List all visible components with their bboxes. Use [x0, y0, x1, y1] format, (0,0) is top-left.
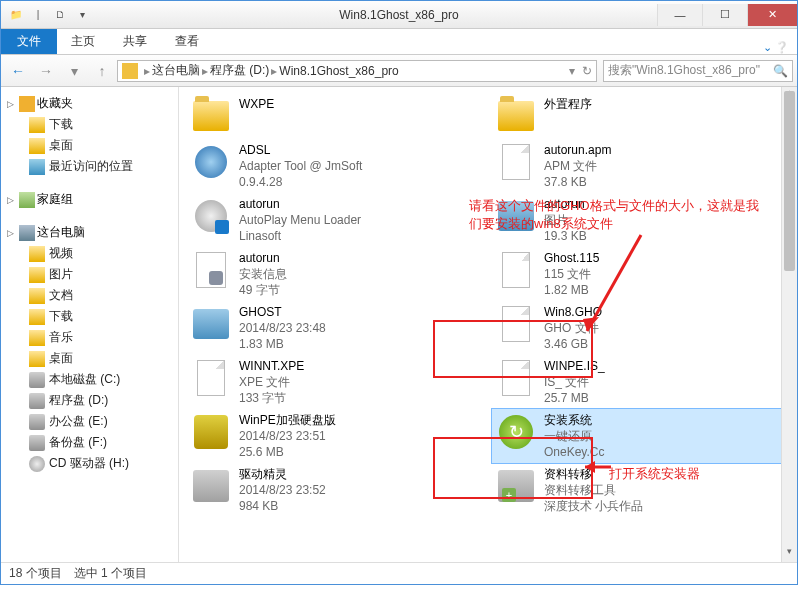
sidebar-music[interactable]: 音乐 [7, 327, 178, 348]
file-meta: 深度技术 小兵作品 [544, 498, 643, 514]
file-name: autorun [239, 250, 287, 266]
scroll-down-icon[interactable]: ▾ [782, 546, 797, 562]
file-meta: 一键还原 [544, 428, 604, 444]
folder-icon [29, 117, 45, 133]
file-name: autorun [239, 196, 361, 212]
folder-icon [29, 267, 45, 283]
titlebar[interactable]: 📁 | 🗋 ▾ Win8.1Ghost_x86_pro — ☐ ✕ [1, 1, 797, 29]
file-item[interactable]: WXPE [187, 93, 484, 139]
forward-button[interactable]: → [33, 59, 59, 83]
tab-home[interactable]: 主页 [57, 29, 109, 54]
crumb-pc[interactable]: 这台电脑 [152, 62, 200, 79]
cd-icon [29, 456, 45, 472]
file-item[interactable]: Ghost.115115 文件1.82 MB [492, 247, 789, 301]
drive-icon [29, 372, 45, 388]
folder-icon [122, 63, 138, 79]
sidebar-downloads2[interactable]: 下载 [7, 306, 178, 327]
file-meta: 2014/8/23 23:52 [239, 482, 326, 498]
file-name: GHOST [239, 304, 326, 320]
file-item[interactable]: ↻安装系统一键还原OneKey.Cc [492, 409, 789, 463]
file-name: 安装系统 [544, 412, 604, 428]
file-item[interactable]: WINPE.IS_IS_ 文件25.7 MB [492, 355, 789, 409]
sidebar-recent[interactable]: 最近访问的位置 [7, 156, 178, 177]
file-name: WXPE [239, 96, 274, 112]
file-item[interactable]: WINNT.XPEXPE 文件133 字节 [187, 355, 484, 409]
sidebar-pictures[interactable]: 图片 [7, 264, 178, 285]
file-name: autorun.apm [544, 142, 611, 158]
file-name: 外置程序 [544, 96, 592, 112]
file-name: autorun [544, 196, 587, 212]
sidebar-desktop[interactable]: 桌面 [7, 135, 178, 156]
file-tab[interactable]: 文件 [1, 28, 57, 54]
file-meta: AutoPlay Menu Loader [239, 212, 361, 228]
file-meta: GHO 文件 [544, 320, 602, 336]
file-item[interactable]: autorun图片19.3 KB [492, 193, 789, 247]
favorites-group[interactable]: ▷收藏夹 [7, 93, 178, 114]
file-item[interactable]: autorunAutoPlay Menu LoaderLinasoft [187, 193, 484, 247]
scroll-thumb[interactable] [784, 91, 795, 271]
sidebar-documents[interactable]: 文档 [7, 285, 178, 306]
crumb-folder[interactable]: Win8.1Ghost_x86_pro [279, 64, 398, 78]
crumb-drive[interactable]: 程序盘 (D:) [210, 62, 269, 79]
close-button[interactable]: ✕ [747, 4, 797, 26]
address-bar[interactable]: ▸ 这台电脑 ▸ 程序盘 (D:) ▸ Win8.1Ghost_x86_pro … [117, 60, 597, 82]
file-name: ADSL [239, 142, 362, 158]
file-meta: 资料转移工具 [544, 482, 643, 498]
file-meta: 19.3 KB [544, 228, 587, 244]
back-button[interactable]: ← [5, 59, 31, 83]
properties-icon[interactable]: 🗋 [51, 6, 69, 24]
file-meta: 25.7 MB [544, 390, 605, 406]
file-meta: 安装信息 [239, 266, 287, 282]
file-name: Ghost.115 [544, 250, 599, 266]
file-item[interactable]: autorun.apmAPM 文件37.8 KB [492, 139, 789, 193]
file-item[interactable]: WinPE加强硬盘版2014/8/23 23:5125.6 MB [187, 409, 484, 463]
tab-view[interactable]: 查看 [161, 29, 213, 54]
file-item[interactable]: ADSLAdapter Tool @ JmSoft0.9.4.28 [187, 139, 484, 193]
sidebar-drive-d[interactable]: 程序盘 (D:) [7, 390, 178, 411]
search-box[interactable]: 搜索"Win8.1Ghost_x86_pro" 🔍 [603, 60, 793, 82]
minimize-button[interactable]: — [657, 4, 702, 26]
sidebar-drive-e[interactable]: 办公盘 (E:) [7, 411, 178, 432]
file-item[interactable]: 外置程序 [492, 93, 789, 139]
sidebar-drive-f[interactable]: 备份盘 (F:) [7, 432, 178, 453]
folder-icon: 📁 [7, 6, 25, 24]
file-name: 资料转移 [544, 466, 643, 482]
new-folder-icon[interactable]: ▾ [73, 6, 91, 24]
maximize-button[interactable]: ☐ [702, 4, 747, 26]
sidebar-drive-c[interactable]: 本地磁盘 (C:) [7, 369, 178, 390]
file-meta: Linasoft [239, 228, 361, 244]
nav-pane[interactable]: ▷收藏夹 下载 桌面 最近访问的位置 ▷家庭组 ▷这台电脑 视频 图片 文档 下… [1, 87, 179, 562]
up-button[interactable]: ↑ [89, 59, 115, 83]
sidebar-downloads[interactable]: 下载 [7, 114, 178, 135]
folder-icon [29, 351, 45, 367]
file-item[interactable]: autorun安装信息49 字节 [187, 247, 484, 301]
file-list[interactable]: WXPE外置程序ADSLAdapter Tool @ JmSoft0.9.4.2… [179, 87, 797, 562]
file-meta: OneKey.Cc [544, 444, 604, 460]
pc-icon [19, 225, 35, 241]
homegroup[interactable]: ▷家庭组 [7, 189, 178, 210]
file-meta: 49 字节 [239, 282, 287, 298]
file-meta: APM 文件 [544, 158, 611, 174]
sidebar-videos[interactable]: 视频 [7, 243, 178, 264]
file-meta: 133 字节 [239, 390, 304, 406]
homegroup-icon [19, 192, 35, 208]
file-item[interactable]: GHOST2014/8/23 23:481.83 MB [187, 301, 484, 355]
file-name: WINPE.IS_ [544, 358, 605, 374]
qat-separator: | [29, 6, 47, 24]
file-meta: XPE 文件 [239, 374, 304, 390]
scrollbar[interactable]: ▴ ▾ [781, 87, 797, 562]
ribbon-expand-icon[interactable]: ⌄ ❔ [755, 41, 797, 54]
file-meta: 1.82 MB [544, 282, 599, 298]
sidebar-desktop2[interactable]: 桌面 [7, 348, 178, 369]
file-item[interactable]: 驱动精灵2014/8/23 23:52984 KB [187, 463, 484, 517]
file-name: 驱动精灵 [239, 466, 326, 482]
sidebar-cd-drive[interactable]: CD 驱动器 (H:) [7, 453, 178, 474]
file-item[interactable]: Win8.GHOGHO 文件3.46 GB [492, 301, 789, 355]
recent-dropdown[interactable]: ▾ [61, 59, 87, 83]
file-item[interactable]: 资料转移资料转移工具深度技术 小兵作品 [492, 463, 789, 517]
this-pc-group[interactable]: ▷这台电脑 [7, 222, 178, 243]
file-meta: 25.6 MB [239, 444, 336, 460]
tab-share[interactable]: 共享 [109, 29, 161, 54]
drive-icon [29, 414, 45, 430]
file-meta: 2014/8/23 23:51 [239, 428, 336, 444]
